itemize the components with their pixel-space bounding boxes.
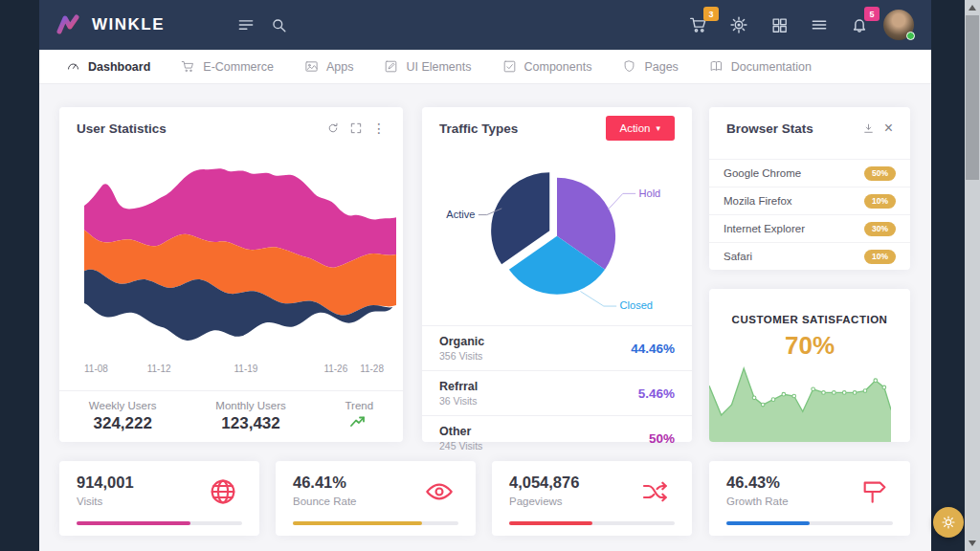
x-tick: 11-19 xyxy=(234,364,258,374)
browser-percent-badge: 10% xyxy=(864,194,896,209)
progress-track xyxy=(509,521,675,525)
bell-icon[interactable]: 5 xyxy=(843,9,876,41)
download-icon[interactable] xyxy=(862,122,875,135)
kebab-menu-icon[interactable]: ⋮ xyxy=(372,121,386,135)
pie-label-active: Active xyxy=(446,209,475,220)
browser-row-safari[interactable]: Safari 10% xyxy=(709,242,910,270)
browser-scrollbar[interactable] xyxy=(965,0,980,551)
trend-stat: Trend xyxy=(345,400,374,433)
x-tick: 11-08 xyxy=(84,364,108,374)
x-tick: 11-28 xyxy=(360,364,384,374)
row-percent: 44.46% xyxy=(631,342,675,356)
row-name: Other xyxy=(439,425,482,438)
stat-value: 123,432 xyxy=(215,414,286,433)
stat-label: Bounce Rate xyxy=(293,496,357,507)
action-button-label: Action xyxy=(620,122,651,134)
menu-item-documentation[interactable]: Documentation xyxy=(696,50,825,83)
browser-name: Mozila Firefox xyxy=(724,195,792,207)
top-navbar: WINKLE 3 5 xyxy=(39,0,931,50)
row-visits: 36 Visits xyxy=(439,395,478,407)
close-icon[interactable]: × xyxy=(884,121,893,136)
menu-item-label: Dashboard xyxy=(88,60,150,74)
sidebar-toggle-icon[interactable] xyxy=(230,9,262,41)
refresh-icon[interactable] xyxy=(326,121,340,135)
browser-row-chrome[interactable]: Google Chrome 50% xyxy=(709,159,910,187)
right-panel-strip xyxy=(931,0,965,551)
menu-item-pages[interactable]: Pages xyxy=(609,50,691,83)
menu-item-label: Components xyxy=(524,60,592,74)
edit-icon xyxy=(384,59,398,74)
monthly-users-stat: Monthly Users 123,432 xyxy=(215,400,286,433)
x-tick: 11-12 xyxy=(147,364,171,374)
scrollbar-down-arrow[interactable] xyxy=(969,540,976,546)
browser-stats-card: Browser Stats × Google Chrome 50% Mozila… xyxy=(709,107,910,270)
menu-item-ecommerce[interactable]: E-Commerce xyxy=(167,50,287,83)
stat-value: 914,001 xyxy=(77,474,134,492)
menu-lines-icon[interactable] xyxy=(803,9,835,41)
pie-label-closed: Closed xyxy=(620,299,654,311)
progress-fill xyxy=(293,521,422,525)
menu-item-ui-elements[interactable]: UI Elements xyxy=(370,50,484,83)
card-title: Traffic Types xyxy=(439,121,518,136)
grid-apps-icon[interactable] xyxy=(763,9,795,41)
gear-icon xyxy=(941,515,956,530)
main-menu: Dashboard E-Commerce Apps UI Elements Co… xyxy=(39,50,931,84)
stat-label: Visits xyxy=(77,496,102,507)
row-percent: 50% xyxy=(649,431,675,446)
stat-label: Growth Rate xyxy=(726,496,789,507)
weekly-users-stat: Weekly Users 324,222 xyxy=(89,400,157,433)
progress-fill xyxy=(726,521,810,525)
progress-track xyxy=(726,521,893,525)
pie-label-hold: Hold xyxy=(638,187,660,199)
shield-icon xyxy=(622,59,636,74)
scrollbar-up-arrow[interactable] xyxy=(969,5,976,11)
traffic-row-other[interactable]: Other 245 Visits 50% xyxy=(422,415,692,460)
fullscreen-icon[interactable] xyxy=(349,121,363,135)
stat-value: 4,054,876 xyxy=(509,474,579,492)
x-tick: 11-26 xyxy=(323,364,347,374)
menu-item-components[interactable]: Components xyxy=(489,50,606,83)
menu-item-dashboard[interactable]: Dashboard xyxy=(53,50,164,83)
book-icon xyxy=(709,59,724,74)
traffic-row-organic[interactable]: Organic 356 Visits 44.46% xyxy=(422,325,692,370)
desktop-left-strip xyxy=(0,0,39,551)
avatar[interactable] xyxy=(883,10,914,40)
card-title: User Statistics xyxy=(77,121,167,136)
satisfaction-title: CUSTOMER SATISFACTION xyxy=(709,314,910,325)
browser-percent-badge: 30% xyxy=(864,222,896,236)
satisfaction-area xyxy=(709,368,891,442)
traffic-row-refrral[interactable]: Refrral 36 Visits 5.46% xyxy=(422,370,692,415)
browser-name: Google Chrome xyxy=(724,167,801,179)
stat-label: Weekly Users xyxy=(89,400,157,411)
browser-row-firefox[interactable]: Mozila Firefox 10% xyxy=(709,187,910,214)
cart-badge: 3 xyxy=(703,7,719,21)
menu-item-label: E-Commerce xyxy=(203,60,274,74)
browser-name: Safari xyxy=(724,251,752,262)
check-square-icon xyxy=(502,59,517,74)
menu-item-apps[interactable]: Apps xyxy=(291,50,368,83)
settings-fab[interactable] xyxy=(933,507,964,538)
stat-label: Monthly Users xyxy=(215,400,286,411)
cart-icon[interactable]: 3 xyxy=(682,9,715,41)
traffic-types-header: Traffic Types Action ▾ xyxy=(422,107,692,149)
card-title: Browser Stats xyxy=(726,121,813,136)
scrollbar-thumb[interactable] xyxy=(966,15,979,180)
stat-value: 324,222 xyxy=(89,414,157,433)
progress-fill xyxy=(77,521,190,525)
gear-icon[interactable] xyxy=(723,9,755,41)
menu-item-label: UI Elements xyxy=(406,60,471,74)
navbar-actions: 3 5 xyxy=(682,9,914,41)
brand-logo[interactable]: WINKLE xyxy=(56,14,165,35)
eye-icon xyxy=(424,476,455,507)
stat-label: Pageviews xyxy=(509,496,563,507)
x-axis-labels: 11-08 11-12 11-19 11-26 11-28 xyxy=(84,364,384,377)
search-icon[interactable] xyxy=(262,9,295,41)
stat-value: 46.41% xyxy=(293,474,346,492)
user-statistics-card: User Statistics ⋮ 11-08 11-12 11-19 11-2… xyxy=(59,107,403,442)
growth-rate-stat-card: 46.43% Growth Rate xyxy=(709,461,910,536)
user-statistics-header: User Statistics ⋮ xyxy=(59,107,403,149)
menu-item-label: Pages xyxy=(644,60,678,74)
traffic-types-card: Traffic Types Action ▾ Active Hold Close… xyxy=(422,107,692,442)
browser-row-ie[interactable]: Internet Explorer 30% xyxy=(709,214,910,242)
action-button[interactable]: Action ▾ xyxy=(606,116,676,141)
